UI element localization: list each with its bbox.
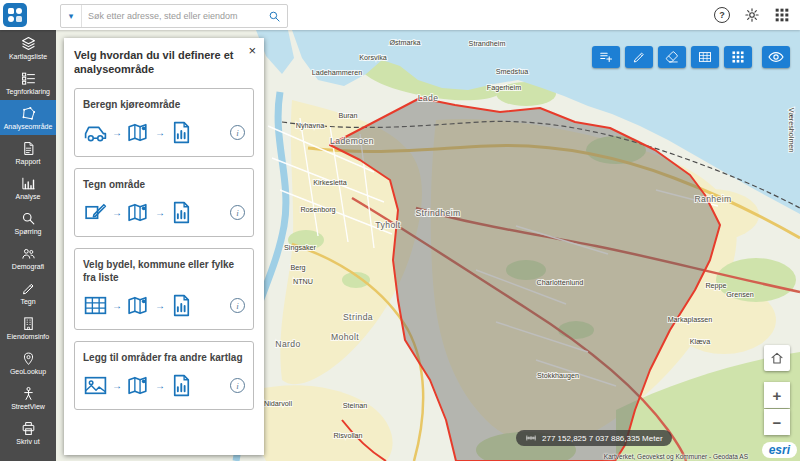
- sidebar-item-tegnforklaring[interactable]: Tegnforklaring: [0, 65, 56, 100]
- scale-bar-icon: [525, 433, 537, 443]
- pencil-icon: [21, 281, 36, 296]
- chevron-down-icon: ▾: [69, 11, 74, 21]
- option-card-list[interactable]: Velg bydel, kommune eller fylke fra list…: [74, 248, 254, 330]
- sidebar: Kartlagsliste Tegnforklaring Analyseområ…: [0, 30, 56, 461]
- sidebar-item-eiendomsinfo[interactable]: Eiendomsinfo: [0, 310, 56, 345]
- arrow-icon: →: [112, 127, 122, 138]
- sidebar-item-sporring[interactable]: Spørring: [0, 205, 56, 240]
- table-icon: [698, 50, 712, 64]
- printer-icon: [21, 421, 36, 436]
- app-logo: [3, 3, 27, 27]
- map-pin-icon: [126, 373, 151, 398]
- map-label: Charlottenlund: [537, 278, 584, 287]
- sidebar-item-label: Tegn: [20, 298, 35, 305]
- apps-grid-icon[interactable]: [774, 7, 790, 23]
- erase-button[interactable]: [658, 46, 686, 68]
- coordinate-readout: 277 152,825 7 037 886,335 Meter: [516, 430, 672, 446]
- report-chart-icon: [169, 120, 194, 145]
- sidebar-item-skriv-ut[interactable]: Skriv ut: [0, 415, 56, 450]
- sidebar-item-kartlagsliste[interactable]: Kartlagsliste: [0, 30, 56, 65]
- sidebar-item-label: Spørring: [15, 228, 42, 235]
- sidebar-item-label: GeoLookup: [10, 368, 46, 375]
- info-icon[interactable]: i: [230, 205, 245, 220]
- sidebar-item-rapport[interactable]: Rapport: [0, 135, 56, 170]
- search-button[interactable]: [261, 5, 287, 27]
- help-button[interactable]: ?: [714, 7, 730, 23]
- option-card-layers[interactable]: Legg til områder fra andre kartlag → → i: [74, 341, 254, 410]
- search-input[interactable]: [82, 11, 261, 21]
- table-button[interactable]: [691, 46, 719, 68]
- help-icon: ?: [719, 10, 725, 20]
- sidebar-item-label: Kartlagsliste: [9, 53, 47, 60]
- map-label: Strinda: [343, 312, 373, 322]
- search-dropdown-button[interactable]: ▾: [61, 5, 82, 27]
- sidebar-item-analyseomrade[interactable]: Analyseområde: [0, 100, 56, 135]
- report-chart-icon: [169, 373, 194, 398]
- grid-icon: [731, 50, 745, 64]
- sidebar-item-label: Skriv ut: [16, 438, 39, 445]
- sidebar-item-demografi[interactable]: Demografi: [0, 240, 56, 275]
- close-button[interactable]: ×: [248, 44, 256, 57]
- map-label: Rosenborg: [300, 205, 335, 214]
- zoom-out-button[interactable]: −: [764, 409, 790, 435]
- topbar-actions: ?: [714, 0, 790, 30]
- image-layer-icon: [83, 373, 108, 398]
- chart-icon: [21, 176, 36, 191]
- sidebar-item-label: Tegnforklaring: [6, 88, 50, 95]
- map-label: Fagerheim: [487, 83, 521, 92]
- zoom-in-button[interactable]: +: [764, 382, 790, 408]
- card-title: Tegn område: [83, 178, 245, 191]
- map-label: Tyholt: [375, 220, 401, 230]
- map-label: Klæva: [690, 337, 710, 346]
- sidebar-item-label: Rapport: [16, 158, 41, 165]
- sidebar-item-label: Eiendomsinfo: [7, 333, 49, 340]
- table-icon: [83, 293, 108, 318]
- arrow-icon: →: [155, 207, 165, 218]
- arrow-icon: →: [112, 300, 122, 311]
- eye-icon: [768, 49, 784, 65]
- query-icon: [21, 211, 36, 226]
- map-label: Væresholmen: [787, 108, 796, 153]
- sidebar-item-geolookup[interactable]: GeoLookup: [0, 345, 56, 380]
- map-label: Lade: [418, 93, 439, 103]
- map-pin-icon: [126, 200, 151, 225]
- map-label: Berg: [290, 263, 305, 272]
- info-icon[interactable]: i: [230, 125, 245, 140]
- map-label: Korsvika: [359, 53, 387, 62]
- building-icon: [21, 316, 36, 331]
- map-label: Buran: [338, 111, 357, 120]
- info-icon[interactable]: i: [230, 298, 245, 313]
- top-bar: ▾ ?: [0, 0, 800, 30]
- arrow-icon: →: [112, 380, 122, 391]
- draw-pencil-icon: [632, 50, 646, 64]
- draw-icon: [83, 200, 108, 225]
- sidebar-item-tegn[interactable]: Tegn: [0, 275, 56, 310]
- coordinates-text: 277 152,825 7 037 886,335 Meter: [542, 434, 663, 443]
- grid-button[interactable]: [724, 46, 752, 68]
- draw-button[interactable]: [625, 46, 653, 68]
- option-card-draw[interactable]: Tegn område → → i: [74, 168, 254, 237]
- map-label: Grensen: [726, 290, 754, 299]
- map-label: Lademoen: [330, 136, 374, 146]
- sidebar-item-label: Analyseområde: [4, 123, 53, 130]
- map-label: Østmarka: [389, 38, 420, 47]
- home-button[interactable]: [764, 345, 790, 371]
- card-title: Legg til områder fra andre kartlag: [83, 351, 245, 364]
- sidebar-item-analyse[interactable]: Analyse: [0, 170, 56, 205]
- info-icon[interactable]: i: [230, 378, 245, 393]
- map-pin-icon: [126, 293, 151, 318]
- map-label: Ranheim: [694, 194, 731, 204]
- people-icon: [21, 246, 36, 261]
- arrow-icon: →: [155, 380, 165, 391]
- option-card-drivetime[interactable]: Beregn kjøreområde → → i: [74, 88, 254, 157]
- sidebar-item-streetview[interactable]: StreetView: [0, 380, 56, 415]
- add-area-button[interactable]: [592, 46, 620, 68]
- map-label: Stokkhaugen: [537, 371, 579, 380]
- visibility-button[interactable]: [762, 46, 790, 68]
- search-bar: ▾: [60, 4, 288, 28]
- gear-icon[interactable]: [744, 7, 760, 23]
- arrow-icon: →: [112, 207, 122, 218]
- map-label: Ladehammeren: [312, 68, 362, 77]
- search-icon: [268, 10, 281, 23]
- report-chart-icon: [169, 200, 194, 225]
